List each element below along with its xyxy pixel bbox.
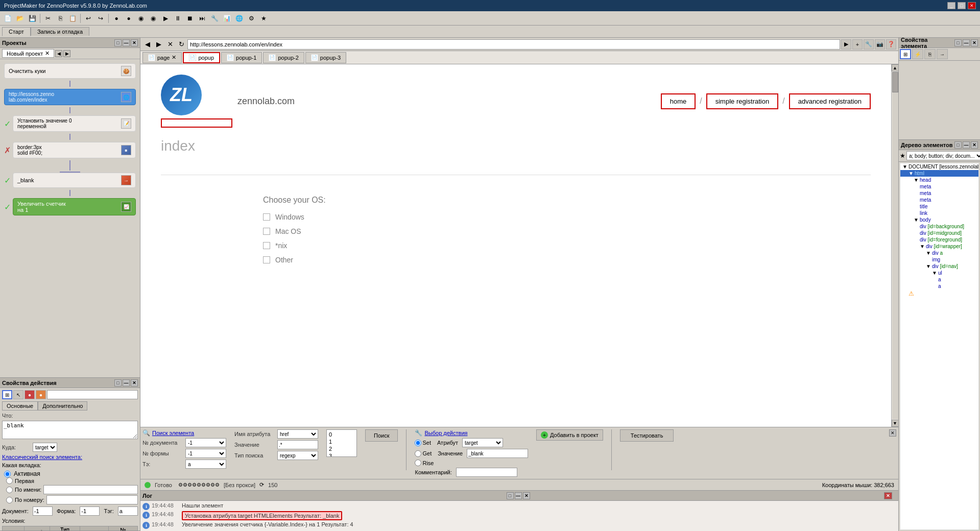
search-panel-close-btn[interactable]: ✕ xyxy=(889,429,896,437)
log-collapse[interactable]: — xyxy=(515,492,522,499)
red-circle-btn[interactable]: ● xyxy=(25,390,35,399)
tab-start[interactable]: Старт xyxy=(2,27,31,36)
doc-num-select[interactable]: -1 xyxy=(185,438,226,447)
proj-nav-next[interactable]: ▶ xyxy=(63,50,70,57)
elem-prop-bolt-btn[interactable]: ⚡ xyxy=(912,49,923,59)
teg-input[interactable] xyxy=(118,506,138,516)
search-btn[interactable]: Поиск xyxy=(365,429,398,442)
elem-props-close[interactable]: ✕ xyxy=(971,39,978,46)
proj-block-clear-cookies[interactable]: Очистить куки 🍪 xyxy=(4,63,136,79)
scroll-down-btn[interactable]: ▼ xyxy=(892,420,899,427)
run-btn3[interactable]: ◉ xyxy=(135,13,147,24)
proj-block-blank[interactable]: _blank → xyxy=(13,173,136,188)
stop-btn[interactable]: ✕ xyxy=(165,39,175,50)
tree-item-meta2[interactable]: meta xyxy=(900,190,978,197)
elem-tree-select[interactable]: a; body; button; div; docum... xyxy=(906,151,980,160)
scroll-thumb[interactable] xyxy=(892,72,898,92)
elem-tree-collapse[interactable]: — xyxy=(963,141,970,149)
project-tab-new[interactable]: Новый проект ✕ xyxy=(2,49,54,58)
value-val-input[interactable] xyxy=(467,449,528,458)
attr-value-select[interactable]: target xyxy=(462,438,503,447)
tree-item-div-wrap[interactable]: ▼ div [id=wrapper] xyxy=(900,243,978,250)
forward-btn[interactable]: ▶ xyxy=(154,39,164,50)
back-btn[interactable]: ◀ xyxy=(142,39,153,50)
browser-tab-popup2[interactable]: 📄 popup-2 xyxy=(263,52,304,63)
forma-input[interactable] xyxy=(80,506,100,516)
paste-btn[interactable]: 📋 xyxy=(67,13,78,24)
elem-prop-arrow-btn[interactable]: → xyxy=(937,49,948,59)
tree-toggle-head[interactable]: ▼ xyxy=(914,177,919,183)
elem-tree-close[interactable]: ✕ xyxy=(971,141,978,149)
teg-row-select[interactable]: a xyxy=(185,460,226,469)
proj-block-url[interactable]: http://lessons.zennolab.com/en/index 🌐 xyxy=(4,89,136,105)
get-radio[interactable] xyxy=(415,450,421,457)
save-btn[interactable]: 💾 xyxy=(27,13,38,24)
close-btn[interactable]: ✕ xyxy=(968,2,976,9)
page-tab-close[interactable]: ✕ xyxy=(172,54,176,61)
nav-advanced-reg-btn[interactable]: advanced registration xyxy=(789,93,871,109)
url-input[interactable] xyxy=(187,39,840,50)
tree-item-div-bg[interactable]: div [id=background] xyxy=(900,223,978,230)
run-btn10[interactable]: 📊 xyxy=(221,13,232,24)
scroll-up-btn[interactable]: ▲ xyxy=(892,64,899,71)
tree-item-body[interactable]: ▼ body xyxy=(900,216,978,223)
attr-name-select[interactable]: href xyxy=(277,429,318,439)
tab-advanced[interactable]: Дополнительно xyxy=(38,401,87,411)
run-btn11[interactable]: 🌐 xyxy=(233,13,245,24)
os-checkbox-nix[interactable] xyxy=(263,242,270,249)
tree-item-title[interactable]: title xyxy=(900,203,978,210)
tree-item-meta1[interactable]: meta xyxy=(900,183,978,190)
web-search-bar[interactable] xyxy=(161,118,232,128)
copy-btn[interactable]: ⎘ xyxy=(55,13,66,24)
tree-item-a2[interactable]: a xyxy=(900,283,978,289)
tree-item-div-mid[interactable]: div [id=midground] xyxy=(900,230,978,236)
run-btn5[interactable]: ▶ xyxy=(160,13,171,24)
elem-tree-minimize[interactable]: □ xyxy=(954,141,962,149)
run-btn7[interactable]: ⏹ xyxy=(184,13,196,24)
redo-btn[interactable]: ↪ xyxy=(95,13,106,24)
choose-action-link[interactable]: Выбор действия xyxy=(424,430,467,436)
search-type-select[interactable]: regexp xyxy=(277,451,318,460)
tab-basic[interactable]: Основные xyxy=(2,401,38,411)
cursor-icon-btn[interactable]: ↖ xyxy=(13,390,23,399)
run-btn13[interactable]: ★ xyxy=(258,13,269,24)
radio-po-nomeru[interactable] xyxy=(6,497,13,503)
action-props-minimize[interactable]: □ xyxy=(114,379,122,387)
undo-btn[interactable]: ↩ xyxy=(83,13,94,24)
minimize-btn[interactable]: _ xyxy=(947,2,955,9)
chto-input[interactable]: _blank xyxy=(2,421,138,439)
nav-simple-reg-btn[interactable]: simple registration xyxy=(706,93,779,109)
test-btn[interactable]: Тестировать xyxy=(620,429,674,442)
po-imeni-input[interactable] xyxy=(43,485,138,494)
nav-home-btn[interactable]: home xyxy=(661,93,696,109)
tree-item-img[interactable]: img xyxy=(900,256,978,263)
run-btn8[interactable]: ⏭ xyxy=(197,13,208,24)
run-btn12[interactable]: ⚙ xyxy=(246,13,257,24)
cut-btn[interactable]: ✂ xyxy=(42,13,54,24)
tree-item-meta3[interactable]: meta xyxy=(900,197,978,203)
kuda-select[interactable]: target xyxy=(33,443,57,452)
elem-prop-copy-btn[interactable]: ⎘ xyxy=(924,49,936,59)
os-checkbox-macos[interactable] xyxy=(263,228,270,235)
add-to-project-btn[interactable]: + Добавить в проект xyxy=(536,429,603,441)
browser-tab-page[interactable]: 📄 page ✕ xyxy=(142,52,182,63)
dokument-input[interactable] xyxy=(33,506,53,516)
run-btn1[interactable]: ● xyxy=(111,13,122,24)
tree-toggle-div-a[interactable]: ▼ xyxy=(926,250,931,256)
proj-block-border[interactable]: border:3pxsolid #F00; ■ xyxy=(13,142,136,158)
tree-item-div-fore[interactable]: div [id=foreground] xyxy=(900,236,978,243)
elem-prop-grid-btn[interactable]: ⊞ xyxy=(900,49,911,59)
tree-item-document[interactable]: ▼ DOCUMENT [lessons.zennolab.com xyxy=(900,163,978,170)
orange-circle-btn[interactable]: ● xyxy=(36,390,46,399)
run-btn2[interactable]: ● xyxy=(123,13,134,24)
tree-toggle-document[interactable]: ▼ xyxy=(902,164,907,170)
help-btn[interactable]: ❓ xyxy=(886,39,896,50)
tree-item-div-a[interactable]: ▼ div a xyxy=(900,250,978,256)
find-element-link[interactable]: Поиск элемента xyxy=(152,430,194,436)
tree-item-a1[interactable]: a xyxy=(900,276,978,283)
classic-search-link[interactable]: Классический поиск элемента: xyxy=(2,454,82,460)
search-filter-input[interactable] xyxy=(47,390,138,399)
refresh-btn[interactable]: ↻ xyxy=(176,39,186,50)
log-close[interactable]: ✕ xyxy=(523,492,530,499)
new-btn[interactable]: 📄 xyxy=(2,13,13,24)
